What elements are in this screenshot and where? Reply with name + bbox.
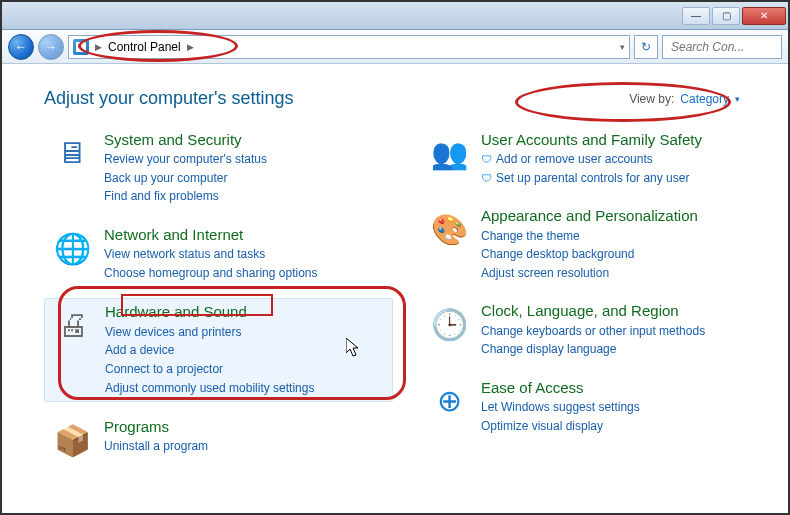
refresh-button[interactable]: ↻ xyxy=(634,35,658,59)
category-hardware-sound: 🖨 Hardware and Sound View devices and pr… xyxy=(44,298,393,402)
category-network-internet: 🌐 Network and Internet View network stat… xyxy=(44,222,393,286)
category-appearance: 🎨 Appearance and Personalization Change … xyxy=(421,203,770,286)
close-button[interactable]: ✕ xyxy=(742,7,786,25)
link-desktop-bg[interactable]: Change desktop background xyxy=(481,245,698,264)
back-arrow-icon: ← xyxy=(15,40,27,54)
navigation-bar: ← → ▶ Control Panel ▶ ▾ ↻ xyxy=(2,30,788,64)
breadcrumb-control-panel[interactable]: Control Panel xyxy=(108,40,181,54)
search-box[interactable] xyxy=(662,35,782,59)
link-display-lang[interactable]: Change display language xyxy=(481,340,705,359)
link-clock-region[interactable]: Clock, Language, and Region xyxy=(481,302,705,319)
link-ease-of-access[interactable]: Ease of Access xyxy=(481,379,640,396)
link-mobility[interactable]: Adjust commonly used mobility settings xyxy=(105,379,314,398)
breadcrumb-sep: ▶ xyxy=(95,42,102,52)
refresh-icon: ↻ xyxy=(641,40,651,54)
appearance-icon: 🎨 xyxy=(427,207,471,251)
page-title: Adjust your computer's settings xyxy=(44,88,294,109)
link-add-device[interactable]: Add a device xyxy=(105,341,314,360)
right-column: 👥 User Accounts and Family Safety Add or… xyxy=(421,127,770,478)
link-keyboards[interactable]: Change keyboards or other input methods xyxy=(481,322,705,341)
category-ease-of-access: ⊕ Ease of Access Let Windows suggest set… xyxy=(421,375,770,439)
minimize-button[interactable]: — xyxy=(682,7,710,25)
link-network-status[interactable]: View network status and tasks xyxy=(104,245,317,264)
search-input[interactable] xyxy=(669,39,775,55)
link-backup[interactable]: Back up your computer xyxy=(104,169,267,188)
link-resolution[interactable]: Adjust screen resolution xyxy=(481,264,698,283)
link-optimize-visual[interactable]: Optimize visual display xyxy=(481,417,640,436)
users-icon: 👥 xyxy=(427,131,471,175)
category-system-security: 🖥 System and Security Review your comput… xyxy=(44,127,393,210)
maximize-button[interactable]: ▢ xyxy=(712,7,740,25)
link-projector[interactable]: Connect to a projector xyxy=(105,360,314,379)
control-panel-icon xyxy=(73,39,89,55)
link-parental-controls[interactable]: Set up parental controls for any user xyxy=(481,169,702,188)
category-clock-region: 🕒 Clock, Language, and Region Change key… xyxy=(421,298,770,362)
link-uninstall[interactable]: Uninstall a program xyxy=(104,437,208,456)
breadcrumb-sep[interactable]: ▶ xyxy=(187,42,194,52)
system-security-icon: 🖥 xyxy=(50,131,94,175)
link-system-security[interactable]: System and Security xyxy=(104,131,267,148)
forward-button[interactable]: → xyxy=(38,34,64,60)
printer-icon: 🖨 xyxy=(51,303,95,347)
left-column: 🖥 System and Security Review your comput… xyxy=(44,127,393,478)
category-user-accounts: 👥 User Accounts and Family Safety Add or… xyxy=(421,127,770,191)
link-review-status[interactable]: Review your computer's status xyxy=(104,150,267,169)
link-network-internet[interactable]: Network and Internet xyxy=(104,226,317,243)
back-button[interactable]: ← xyxy=(8,34,34,60)
forward-arrow-icon: → xyxy=(45,40,57,54)
link-theme[interactable]: Change the theme xyxy=(481,227,698,246)
link-hardware-sound[interactable]: Hardware and Sound xyxy=(105,303,314,320)
link-programs[interactable]: Programs xyxy=(104,418,208,435)
view-by-label: View by: xyxy=(629,92,674,106)
clock-icon: 🕒 xyxy=(427,302,471,346)
programs-icon: 📦 xyxy=(50,418,94,462)
category-programs: 📦 Programs Uninstall a program xyxy=(44,414,393,466)
chevron-down-icon: ▾ xyxy=(735,94,740,104)
link-homegroup[interactable]: Choose homegroup and sharing options xyxy=(104,264,317,283)
address-bar[interactable]: ▶ Control Panel ▶ ▾ xyxy=(68,35,630,59)
titlebar: — ▢ ✕ xyxy=(2,2,788,30)
network-icon: 🌐 xyxy=(50,226,94,270)
view-by[interactable]: View by: Category ▾ xyxy=(629,92,770,106)
link-appearance[interactable]: Appearance and Personalization xyxy=(481,207,698,224)
link-find-fix[interactable]: Find and fix problems xyxy=(104,187,267,206)
link-suggest-settings[interactable]: Let Windows suggest settings xyxy=(481,398,640,417)
content-area: Adjust your computer's settings View by:… xyxy=(2,64,788,513)
ease-of-access-icon: ⊕ xyxy=(427,379,471,423)
address-dropdown-icon[interactable]: ▾ xyxy=(620,42,625,52)
link-user-accounts[interactable]: User Accounts and Family Safety xyxy=(481,131,702,148)
link-devices-printers[interactable]: View devices and printers xyxy=(105,323,314,342)
view-by-value[interactable]: Category xyxy=(680,92,729,106)
link-add-remove-accounts[interactable]: Add or remove user accounts xyxy=(481,150,702,169)
